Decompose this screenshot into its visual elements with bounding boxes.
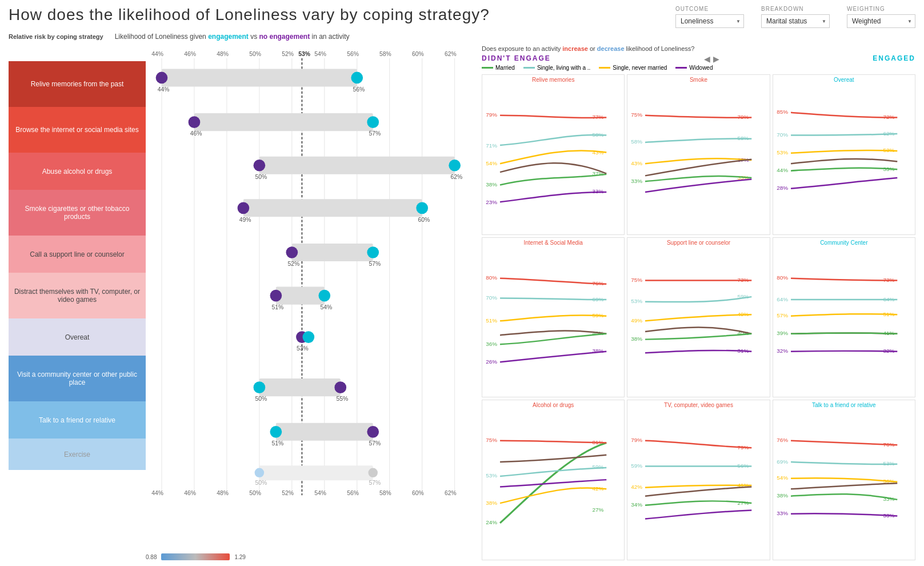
svg-text:75%: 75% (631, 277, 643, 283)
svg-text:26%: 26% (486, 358, 497, 364)
svg-rect-42 (292, 244, 373, 261)
svg-text:62%: 62% (445, 51, 457, 57)
page-title: How does the likelihood of Loneliness va… (9, 6, 490, 24)
engaged-label: engagement (208, 33, 249, 41)
married-label: Married (495, 65, 515, 71)
legend-row: Married Single, living with a .. Single,… (482, 65, 915, 71)
weighting-select[interactable]: Weighted (847, 14, 915, 28)
svg-rect-22 (162, 69, 357, 86)
chart-svg-community: 80% 64% 57% 39% 32% 73% 64% 51% 41% 32% (773, 248, 915, 394)
svg-text:69%: 69% (777, 459, 788, 465)
single-never-label: Single, never married (613, 65, 667, 71)
right-panel-header: Does exposure to an activity increase or… (482, 45, 915, 52)
chart-title-tv: TV, computer, video games (627, 400, 769, 410)
svg-text:36%: 36% (486, 340, 497, 346)
svg-text:46%: 46% (184, 490, 196, 496)
chart-title-alcohol: Alcohol or drugs (482, 400, 624, 410)
chart-title-talk: Talk to a friend or relative (773, 400, 915, 410)
color-scale-bar: 0.88 1.29 (9, 553, 477, 560)
row-label-talk: Talk to a friend or relative (9, 401, 146, 439)
outcome-select-wrapper[interactable]: Loneliness (675, 14, 744, 28)
svg-text:23%: 23% (486, 199, 497, 205)
chart-title-overeat: Overeat (773, 75, 915, 85)
row-label-browse: Browse the internet or social media site… (9, 107, 146, 153)
svg-text:54%: 54% (314, 490, 326, 496)
svg-text:57%: 57% (369, 440, 381, 447)
svg-text:52%: 52% (282, 490, 294, 496)
top-bar: How does the likelihood of Loneliness va… (9, 6, 915, 28)
svg-text:51%: 51% (272, 304, 284, 310)
svg-text:62%: 62% (883, 130, 894, 137)
svg-text:53%: 53% (777, 149, 788, 156)
svg-text:57%: 57% (369, 480, 381, 486)
svg-text:57%: 57% (777, 312, 788, 318)
svg-point-43 (286, 246, 298, 258)
married-color (482, 67, 493, 69)
svg-text:58%: 58% (631, 138, 643, 145)
weighting-label: WEIGHTING (847, 6, 885, 12)
svg-text:58%: 58% (379, 490, 391, 496)
svg-text:62%: 62% (445, 490, 457, 496)
svg-text:54%: 54% (777, 475, 788, 481)
scale-min: 0.88 (146, 554, 157, 560)
svg-point-58 (334, 381, 346, 393)
widowed-color (675, 67, 687, 69)
content-area: Relive memories from the past Browse the… (9, 45, 915, 560)
chart-svg-support: 75% 53% 49% 38% 73% 59% 49% 40% 31% (627, 248, 769, 394)
svg-text:79%: 79% (631, 437, 643, 444)
dot-plot-area: Relive memories from the past Browse the… (9, 45, 477, 551)
svg-text:50%: 50% (255, 480, 267, 486)
svg-text:60%: 60% (418, 217, 430, 223)
outcome-control: OUTCOME Loneliness (675, 6, 744, 28)
chart-svg-smoke: 75% 58% 43% 33% 79% 58% 37% 33% (627, 85, 769, 232)
svg-text:38%: 38% (486, 500, 497, 506)
svg-text:53%: 53% (298, 51, 310, 57)
svg-text:44%: 44% (151, 51, 163, 57)
svg-text:50%: 50% (255, 174, 267, 180)
svg-text:50%: 50% (249, 490, 261, 496)
small-chart-relive: Relive memories 79% 71% 54% 38% 23% 77% … (482, 74, 625, 235)
outcome-label: OUTCOME (675, 6, 709, 12)
single-never-color (599, 67, 610, 69)
decrease-label: decrease (597, 45, 625, 52)
svg-text:38%: 38% (777, 492, 788, 499)
next-arrow[interactable]: ▶ (713, 54, 719, 63)
weighting-select-wrapper[interactable]: Weighted (847, 14, 915, 28)
legend-single-living: Single, living with a .. (523, 65, 590, 71)
chart-svg-alcohol: 75% 53% 38% 24% 81% 59% 42% 27% (482, 410, 624, 557)
single-living-label: Single, living with a .. (537, 65, 590, 71)
row-label-smoke: Smoke cigarettes or other tobacco produc… (9, 190, 146, 236)
chart-title-community: Community Center (773, 238, 915, 248)
svg-point-33 (254, 160, 266, 172)
small-chart-community: Community Center 80% 64% 57% 39% 32% 73%… (773, 237, 915, 398)
svg-text:28%: 28% (777, 185, 788, 191)
svg-point-66 (255, 468, 265, 478)
row-label-overeat: Overeat (9, 318, 146, 356)
svg-text:75%: 75% (486, 437, 497, 444)
svg-text:38%: 38% (486, 181, 497, 188)
chart-title-relive: Relive memories (482, 75, 624, 85)
svg-point-25 (351, 72, 363, 84)
breakdown-control: BREAKDOWN Marital status (761, 6, 830, 28)
svg-rect-32 (259, 157, 455, 174)
svg-text:53%: 53% (486, 473, 497, 479)
svg-point-63 (367, 426, 379, 438)
prev-arrow[interactable]: ◀ (704, 54, 710, 63)
subtitle-center: Likelihood of Loneliness given engagemen… (115, 33, 350, 41)
svg-text:80%: 80% (777, 274, 788, 281)
svg-point-38 (238, 202, 250, 214)
right-subtitle: Does exposure to an activity increase or… (482, 45, 694, 52)
right-panel: Does exposure to an activity increase or… (482, 45, 915, 560)
breakdown-select[interactable]: Marital status (761, 14, 830, 28)
svg-text:32%: 32% (777, 348, 788, 354)
svg-text:70%: 70% (777, 131, 788, 138)
svg-text:77%: 77% (592, 114, 603, 120)
single-living-color (523, 67, 535, 69)
small-multiples-grid: Relive memories 79% 71% 54% 38% 23% 77% … (482, 74, 915, 560)
small-chart-internet: Internet & Social Media 80% 70% 51% 36% … (482, 237, 625, 398)
svg-text:33%: 33% (631, 178, 643, 184)
breakdown-select-wrapper[interactable]: Marital status (761, 14, 830, 28)
small-chart-smoke: Smoke 75% 58% 43% 33% 79% 58% 37% 33% (627, 74, 770, 235)
svg-text:58%: 58% (379, 51, 391, 57)
outcome-select[interactable]: Loneliness (675, 14, 744, 28)
